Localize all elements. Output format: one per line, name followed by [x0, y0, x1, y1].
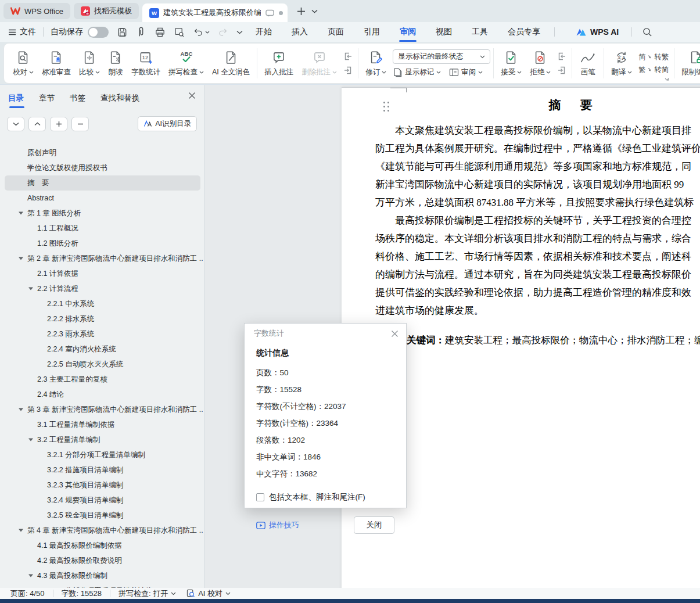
- redo-button-disabled[interactable]: [218, 27, 228, 37]
- toc-item[interactable]: 学位论文版权使用授权书: [5, 160, 203, 175]
- toc-item[interactable]: 2.2.5 自动喷水灭火系统: [5, 357, 203, 372]
- toc-item[interactable]: 第 1 章 图纸分析: [5, 206, 203, 221]
- toc-item[interactable]: 3.2.1 分部分项工程量清单编制: [5, 447, 203, 462]
- ink-pen-button[interactable]: 画笔: [575, 50, 601, 77]
- toc-item[interactable]: 2.2.3 雨水系统: [5, 326, 203, 342]
- toc-item[interactable]: 3.2.4 规费项目清单编制: [5, 493, 203, 508]
- toc-item[interactable]: 4.3.1 分部分项工程项目清单计价: [5, 583, 203, 588]
- restrict-editing-button[interactable]: 限制编辑: [677, 50, 700, 77]
- read-aloud-button[interactable]: 朗读: [104, 50, 127, 77]
- toc-item[interactable]: 4.1 最高投标限价编制依据: [5, 538, 203, 553]
- menu-tab[interactable]: 开始: [256, 27, 272, 37]
- toc-item[interactable]: 摘 要: [5, 175, 200, 191]
- checkbox-box[interactable]: [256, 493, 264, 501]
- next-comment-button[interactable]: [343, 66, 353, 75]
- menu-tab[interactable]: 工具: [472, 27, 488, 37]
- toc-zoom-in-button[interactable]: [50, 117, 67, 131]
- toc-item[interactable]: 3.2.3 其他项目清单编制: [5, 478, 203, 493]
- word-count-indicator[interactable]: 字数: 15528: [62, 588, 102, 599]
- sidebar-tab[interactable]: 章节: [39, 93, 55, 103]
- sidebar-tab[interactable]: 书签: [70, 93, 85, 103]
- expand-arrow-icon[interactable]: [28, 438, 37, 442]
- menu-tab[interactable]: 页面: [328, 27, 344, 37]
- save-button[interactable]: [117, 27, 128, 38]
- ai-proof-indicator[interactable]: AI 校对: [186, 588, 231, 599]
- print-button[interactable]: [155, 27, 166, 38]
- expand-arrow-icon[interactable]: [19, 257, 27, 260]
- toc-item[interactable]: 第 2 章 新津宝湾国际物流中心新建项目排水和消防工 ...: [5, 251, 203, 266]
- ai-recognize-toc-button[interactable]: AI识别目录: [138, 116, 197, 131]
- toc-item[interactable]: 2.2.2 排水系统: [5, 311, 203, 326]
- undo-button[interactable]: [193, 27, 210, 37]
- include-footnotes-checkbox[interactable]: 包括文本框、脚注和尾注(F): [256, 492, 394, 502]
- insert-comment-button[interactable]: 插入批注: [260, 50, 297, 77]
- menu-tab[interactable]: 视图: [436, 27, 452, 37]
- tab-list-chevron[interactable]: [311, 9, 318, 13]
- accept-change-button[interactable]: 接受: [497, 50, 526, 77]
- expand-arrow-icon[interactable]: [28, 287, 37, 290]
- toc-item[interactable]: 第 4 章 新津宝湾国际物流中心新建项目排水和消防工 ...: [5, 523, 203, 538]
- autosave-toggle[interactable]: [88, 27, 109, 38]
- toc-item[interactable]: 3.2 工程量清单编制: [5, 432, 203, 447]
- new-tab-button[interactable]: [297, 7, 306, 16]
- to-simplified-button[interactable]: 繁 转简: [638, 65, 669, 75]
- previous-change-button[interactable]: [557, 52, 567, 61]
- menu-tab[interactable]: 会员专享: [508, 27, 540, 37]
- spell-check-button[interactable]: ABC 拼写检查: [164, 50, 208, 77]
- toc-expand-button[interactable]: [7, 117, 24, 131]
- toc-item[interactable]: 2.2.4 室内消火栓系统: [5, 342, 203, 357]
- toc-item[interactable]: 2.2.1 中水系统: [5, 296, 203, 311]
- tab-wps-office[interactable]: WPS Office: [3, 3, 70, 19]
- tab-document-active[interactable]: W 建筑安装工程最高投标限价编: [142, 3, 288, 22]
- expand-arrow-icon[interactable]: [19, 408, 27, 411]
- delete-comment-button[interactable]: 删除批注: [297, 50, 341, 77]
- cloud-sync-icon[interactable]: [265, 9, 274, 17]
- toc-item[interactable]: 3.2.2 措施项目清单编制: [5, 462, 203, 478]
- dialog-close-icon[interactable]: [391, 330, 399, 338]
- compare-button[interactable]: 比较: [75, 50, 104, 77]
- toc-item[interactable]: 4.3 最高投标限价编制: [5, 568, 203, 583]
- quick-access-chevron[interactable]: [236, 30, 243, 34]
- toc-item[interactable]: 4.2 最高投标限价取费说明: [5, 553, 203, 568]
- translate-button[interactable]: 文A 翻译: [607, 50, 636, 77]
- toc-item[interactable]: 2.1 计算依据: [5, 266, 203, 281]
- tips-link[interactable]: 操作技巧: [256, 520, 299, 530]
- toc-item[interactable]: 第 3 章 新津宝湾国际物流中心新建项目排水和消防工 ...: [5, 402, 203, 417]
- toc-item[interactable]: 2.3 主要工程量的复核: [5, 372, 203, 387]
- markup-state-select[interactable]: 显示标记的最终状态: [393, 49, 490, 64]
- toc-item[interactable]: Abstract: [5, 191, 203, 206]
- spellcheck-indicator[interactable]: 拼写检查: 打开: [119, 588, 176, 599]
- expand-arrow-icon[interactable]: [28, 574, 37, 577]
- toc-item[interactable]: 2.2 计算流程: [5, 281, 203, 296]
- reject-change-button[interactable]: 拒绝: [526, 50, 555, 77]
- wps-ai-button[interactable]: WPS AI: [576, 27, 619, 37]
- expand-arrow-icon[interactable]: [19, 529, 27, 532]
- menu-tab[interactable]: 引用: [364, 27, 380, 37]
- toc-item[interactable]: 1.2 图纸分析: [5, 236, 203, 251]
- page-indicator[interactable]: 页面: 4/50: [10, 588, 45, 599]
- tab-template[interactable]: AI 找稻壳模板: [74, 3, 139, 19]
- standard-review-button[interactable]: 标准审查: [38, 50, 75, 77]
- toc-item[interactable]: 原创声明: [5, 145, 203, 160]
- toc-item[interactable]: 3.1 工程量清单编制依据: [5, 417, 203, 432]
- expand-arrow-icon[interactable]: [19, 211, 27, 215]
- next-change-button[interactable]: [557, 66, 567, 75]
- sidebar-tab[interactable]: 查找和替换: [100, 93, 140, 103]
- menu-tab[interactable]: 审阅: [400, 27, 416, 37]
- toc-item[interactable]: 1.1 工程概况: [5, 221, 203, 236]
- file-menu-button[interactable]: 文件: [8, 27, 36, 37]
- toc-item[interactable]: 3.2.5 税金项目清单编制: [5, 508, 203, 523]
- ai-polish-button[interactable]: AI 全文润色: [208, 50, 254, 77]
- track-changes-button[interactable]: 修订: [361, 50, 390, 77]
- print-preview-button[interactable]: [174, 27, 185, 38]
- word-count-button[interactable]: 12 字数统计: [127, 50, 164, 77]
- search-icon[interactable]: [642, 27, 652, 37]
- export-pdf-button[interactable]: [136, 27, 146, 38]
- sidebar-close-icon[interactable]: [188, 92, 196, 99]
- toc-collapse-button[interactable]: [28, 117, 46, 131]
- dialog-close-button[interactable]: 关闭: [354, 516, 394, 534]
- review-pane-button[interactable]: 审阅: [449, 67, 483, 77]
- show-markup-button[interactable]: 显示标记: [393, 67, 441, 77]
- toc-zoom-out-button[interactable]: [71, 117, 89, 131]
- to-traditional-button[interactable]: 简 转繁: [638, 52, 669, 62]
